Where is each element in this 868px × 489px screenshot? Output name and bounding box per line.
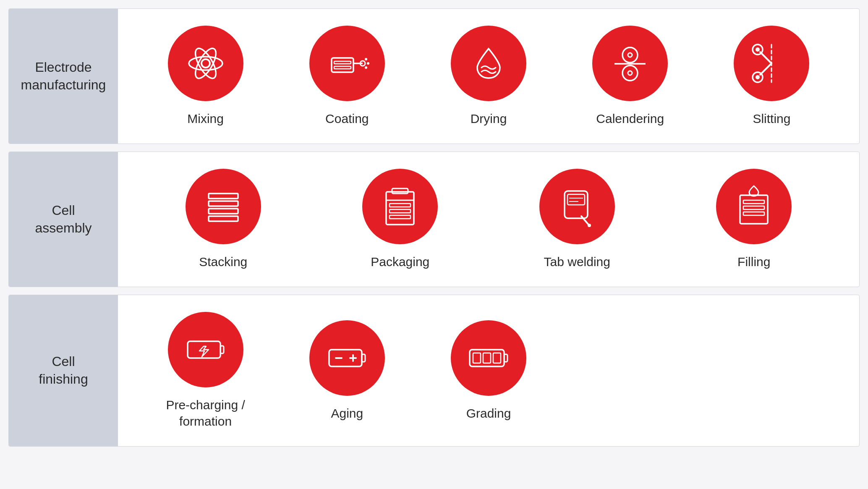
svg-point-12: [622, 47, 638, 63]
svg-rect-25: [209, 216, 238, 221]
mixing-item: Mixing: [135, 26, 276, 127]
svg-point-9: [365, 58, 367, 60]
drying-icon: [465, 40, 512, 86]
svg-rect-6: [334, 66, 351, 69]
svg-rect-43: [220, 346, 224, 353]
calendering-item: Calendering: [559, 26, 701, 127]
mixing-icon: [183, 40, 229, 86]
drying-icon-circle: [451, 26, 526, 101]
svg-point-11: [365, 66, 367, 69]
packaging-label: Packaging: [371, 254, 429, 270]
tab-welding-icon: [554, 183, 600, 230]
svg-rect-4: [332, 58, 353, 72]
aging-icon-circle: [309, 320, 385, 396]
svg-rect-40: [743, 206, 764, 209]
slitting-icon-circle: [734, 26, 809, 101]
aging-icon: [324, 335, 370, 381]
aging-label: Aging: [331, 405, 363, 421]
aging-item: Aging: [276, 320, 418, 421]
svg-point-35: [588, 224, 591, 227]
cell-assembly-row: Cellassembly Stacking: [8, 152, 860, 287]
svg-rect-39: [743, 200, 764, 204]
electrode-manufacturing-content: Mixing Coating: [118, 9, 859, 144]
filling-icon-circle: [716, 169, 792, 244]
svg-point-18: [756, 47, 760, 52]
coating-item: Coating: [276, 26, 418, 127]
svg-rect-5: [334, 61, 351, 64]
svg-point-10: [367, 62, 369, 65]
grading-icon: [465, 335, 512, 381]
cell-assembly-label: Cellassembly: [9, 152, 118, 287]
svg-rect-45: [362, 354, 365, 362]
packaging-icon: [377, 183, 423, 230]
drying-item: Drying: [418, 26, 559, 127]
precharging-icon-circle: [168, 312, 243, 387]
stacking-icon-circle: [186, 169, 261, 244]
tab-welding-icon-circle: [539, 169, 615, 244]
svg-rect-26: [386, 192, 414, 225]
filling-icon: [731, 183, 777, 230]
svg-rect-30: [390, 215, 410, 219]
svg-point-15: [628, 71, 632, 75]
cell-finishing-label: Cellfinishing: [9, 295, 118, 446]
tab-welding-label: Tab welding: [544, 254, 610, 270]
precharging-label: Pre-charging /formation: [166, 397, 245, 429]
slitting-icon: [748, 40, 795, 86]
stacking-label: Stacking: [199, 254, 247, 270]
coating-label: Coating: [325, 110, 369, 127]
slitting-label: Slitting: [753, 110, 790, 127]
cell-finishing-content: Pre-charging /formation Aging: [118, 295, 859, 446]
svg-rect-50: [504, 354, 507, 362]
svg-rect-28: [390, 204, 410, 207]
mixing-icon-circle: [168, 26, 243, 101]
svg-rect-44: [329, 350, 362, 366]
svg-rect-22: [209, 194, 238, 199]
calendering-icon: [607, 40, 653, 86]
packaging-icon-circle: [362, 169, 438, 244]
filling-label: Filling: [737, 254, 770, 270]
svg-rect-51: [473, 353, 481, 363]
stacking-icon: [200, 183, 246, 230]
cell-assembly-content: Stacking Packaging: [118, 152, 859, 287]
electrode-manufacturing-row: Electrodemanufacturing Mixing: [8, 8, 860, 144]
cell-finishing-row: Cellfinishing Pre-charging /formation: [8, 295, 860, 447]
grading-icon-circle: [451, 320, 526, 396]
svg-rect-29: [390, 209, 410, 213]
calendering-icon-circle: [592, 26, 668, 101]
coating-icon: [324, 40, 370, 86]
svg-point-0: [201, 59, 210, 68]
calendering-label: Calendering: [596, 110, 664, 127]
precharging-icon: [183, 327, 229, 373]
grading-item: Grading: [418, 320, 559, 421]
svg-rect-31: [392, 188, 408, 194]
drying-label: Drying: [471, 110, 507, 127]
coating-icon-circle: [309, 26, 385, 101]
filling-item: Filling: [666, 169, 843, 270]
slitting-item: Slitting: [701, 26, 842, 127]
tab-welding-item: Tab welding: [489, 169, 666, 270]
svg-rect-53: [493, 353, 501, 363]
svg-rect-23: [209, 201, 238, 206]
svg-rect-52: [483, 353, 491, 363]
mixing-label: Mixing: [187, 110, 224, 127]
svg-rect-41: [743, 212, 764, 215]
svg-point-20: [756, 75, 760, 79]
packaging-item: Packaging: [312, 169, 489, 270]
precharging-item: Pre-charging /formation: [135, 312, 276, 429]
svg-point-13: [628, 53, 632, 57]
grading-label: Grading: [466, 405, 511, 421]
stacking-item: Stacking: [135, 169, 312, 270]
svg-rect-24: [209, 209, 238, 214]
svg-point-14: [622, 65, 638, 81]
electrode-manufacturing-label: Electrodemanufacturing: [9, 9, 118, 144]
svg-rect-33: [567, 194, 585, 205]
svg-rect-49: [470, 350, 504, 366]
